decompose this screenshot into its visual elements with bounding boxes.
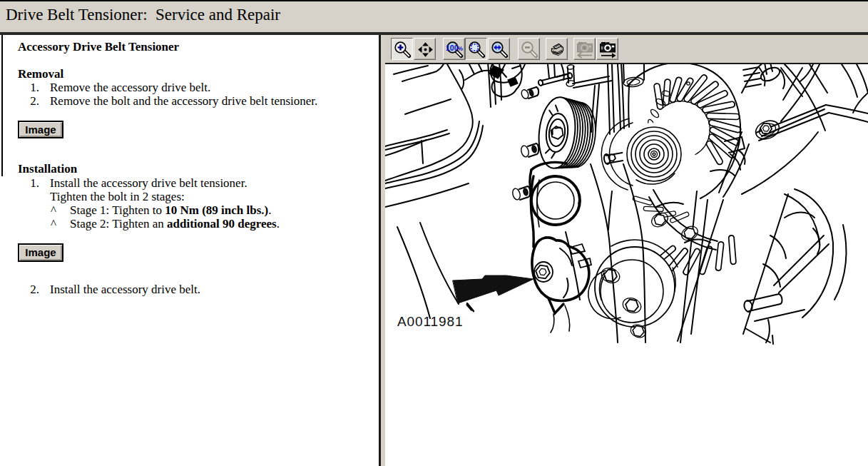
svg-text:%: %: [457, 45, 463, 52]
